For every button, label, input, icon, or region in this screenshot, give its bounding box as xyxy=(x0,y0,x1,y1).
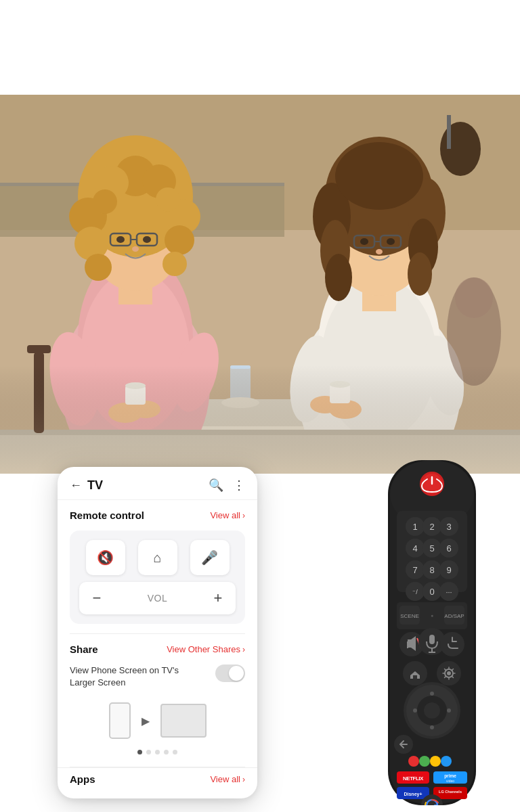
arrow-right-icon: ▶ xyxy=(142,715,150,727)
vol-label: VOL xyxy=(114,593,200,604)
remote-section-header: Remote control View all › xyxy=(70,510,245,521)
svg-point-128 xyxy=(447,671,451,675)
svg-text:SCENE: SCENE xyxy=(400,613,419,619)
dot-4 xyxy=(164,750,169,754)
share-section: Share View Other Shares › View Phone Scr… xyxy=(58,634,257,767)
svg-point-62 xyxy=(325,254,352,301)
svg-text:5: 5 xyxy=(429,543,434,554)
share-section-title: Share xyxy=(70,644,98,655)
svg-text:●: ● xyxy=(431,613,433,618)
hero-image xyxy=(0,95,520,474)
tv-small-icon xyxy=(160,704,207,738)
apps-section-header: Apps View all › xyxy=(70,773,245,785)
svg-rect-79 xyxy=(0,365,520,474)
volume-up-button[interactable]: + xyxy=(200,582,236,614)
dot-1 xyxy=(137,750,142,754)
phone-screen-title: TV xyxy=(87,478,103,493)
svg-point-74 xyxy=(455,277,493,318)
search-icon[interactable]: 🔍 xyxy=(209,478,223,493)
svg-point-132 xyxy=(430,692,434,696)
plus-icon: + xyxy=(214,589,223,607)
svg-point-33 xyxy=(85,254,112,281)
svg-point-70 xyxy=(360,238,368,245)
remote-section-title: Remote control xyxy=(70,510,144,521)
screen-share-label: View Phone Screen on TV's Larger Screen xyxy=(70,664,205,689)
svg-point-71 xyxy=(387,238,395,245)
svg-text:LG Channels: LG Channels xyxy=(439,790,462,794)
view-all-arrow: › xyxy=(242,511,245,520)
svg-point-45 xyxy=(116,236,125,243)
remote-top-row: 🔇 ⌂ 🎤 xyxy=(79,540,236,575)
svg-text:⁻/: ⁻/ xyxy=(412,589,418,595)
svg-point-65 xyxy=(408,252,432,296)
apps-section: Apps View all › xyxy=(58,767,257,798)
svg-text:2: 2 xyxy=(429,522,434,532)
svg-text:NETFLIX: NETFLIX xyxy=(403,775,424,782)
svg-rect-3 xyxy=(447,115,451,149)
view-other-arrow: › xyxy=(242,645,245,654)
svg-text:4: 4 xyxy=(412,543,417,554)
header-left: ← TV xyxy=(70,478,103,493)
svg-point-123 xyxy=(440,632,464,656)
apps-arrow: › xyxy=(242,775,245,784)
svg-text:3: 3 xyxy=(446,522,451,532)
svg-point-72 xyxy=(376,249,383,254)
share-section-header: Share View Other Shares › xyxy=(70,644,245,655)
svg-point-140 xyxy=(430,756,441,767)
svg-point-141 xyxy=(441,756,452,767)
apps-section-title: Apps xyxy=(70,773,95,785)
carousel-dots xyxy=(70,744,245,757)
lg-remote-control: 1 2 3 4 5 6 7 8 9 ⁻/ 0 ··· SCENE xyxy=(378,460,486,805)
svg-text:video: video xyxy=(446,779,454,783)
apps-view-all[interactable]: View all › xyxy=(210,774,245,784)
more-menu-icon[interactable]: ⋮ xyxy=(233,478,245,493)
volume-down-button[interactable]: − xyxy=(79,582,114,614)
svg-point-133 xyxy=(430,725,434,729)
screen-share-toggle[interactable] xyxy=(215,664,245,682)
svg-text:1: 1 xyxy=(412,522,417,532)
svg-point-46 xyxy=(143,236,151,243)
dot-5 xyxy=(173,750,177,754)
svg-text:0: 0 xyxy=(429,587,434,597)
home-button[interactable]: ⌂ xyxy=(138,540,177,575)
back-button[interactable]: ← xyxy=(70,478,82,493)
svg-text:8: 8 xyxy=(429,565,434,575)
svg-rect-78 xyxy=(27,345,51,353)
mute-icon: 🔇 xyxy=(97,549,114,566)
view-other-shares[interactable]: View Other Shares › xyxy=(167,644,245,654)
svg-text:9: 9 xyxy=(446,565,451,575)
remote-section: Remote control View all › 🔇 ⌂ 🎤 − xyxy=(58,500,257,633)
screen-share-toggle-row: View Phone Screen on TV's Larger Screen xyxy=(70,664,245,689)
svg-point-40 xyxy=(93,189,117,214)
svg-rect-120 xyxy=(429,635,435,644)
svg-point-138 xyxy=(408,756,419,767)
header-right: 🔍 ⋮ xyxy=(209,478,245,493)
view-other-label: View Other Shares xyxy=(167,644,240,654)
home-icon: ⌂ xyxy=(153,550,161,566)
svg-point-36 xyxy=(162,252,187,276)
dot-2 xyxy=(146,750,151,754)
mute-button[interactable]: 🔇 xyxy=(86,540,125,575)
remote-buttons-panel: 🔇 ⌂ 🎤 − VOL + xyxy=(70,531,245,624)
toggle-knob xyxy=(229,666,244,681)
remote-view-all[interactable]: View all › xyxy=(210,510,245,520)
phone-mockup: ← TV 🔍 ⋮ Remote control View all › 🔇 ⌂ xyxy=(58,467,257,798)
svg-point-134 xyxy=(413,708,417,713)
svg-text:7: 7 xyxy=(412,565,417,575)
svg-text:AD/SAP: AD/SAP xyxy=(444,613,464,619)
svg-point-2 xyxy=(440,122,481,176)
mic-button[interactable]: 🎤 xyxy=(190,540,230,575)
svg-point-136 xyxy=(424,702,440,719)
minus-icon: − xyxy=(93,589,102,607)
phone-header: ← TV 🔍 ⋮ xyxy=(58,467,257,500)
svg-text:···: ··· xyxy=(446,588,452,596)
svg-point-135 xyxy=(447,708,451,713)
apps-view-all-label: View all xyxy=(210,774,240,784)
svg-point-47 xyxy=(132,246,139,252)
mic-icon: 🎤 xyxy=(201,549,218,566)
view-all-label: View all xyxy=(210,510,240,520)
phone-small-icon xyxy=(109,702,131,739)
svg-point-35 xyxy=(165,225,194,255)
svg-point-139 xyxy=(419,756,430,767)
svg-text:6: 6 xyxy=(446,543,451,554)
